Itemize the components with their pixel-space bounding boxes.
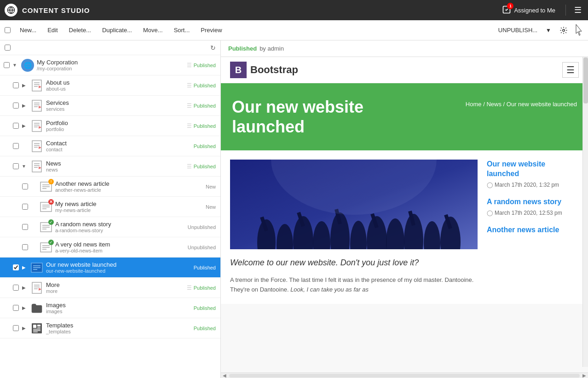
breadcrumb-home: Home (466, 101, 482, 108)
tree-item-news[interactable]: ▼ News news ☰ (0, 156, 220, 177)
expand-btn[interactable]: ▶ (20, 305, 28, 310)
assigned-badge: 1 (507, 3, 513, 9)
nav-hamburger-button[interactable]: ☰ (562, 62, 579, 78)
drag-handle[interactable]: ☰ (187, 123, 192, 129)
status-label: Published (194, 103, 219, 109)
sidebar-article-1: Our new website launched ◯ March 17th 20… (487, 160, 579, 188)
edit-button[interactable]: Edit (42, 24, 63, 36)
new-button[interactable]: New... (14, 24, 42, 36)
item-checkbox[interactable] (11, 325, 20, 331)
item-checkbox[interactable] (11, 163, 20, 169)
item-checkbox[interactable] (11, 103, 20, 109)
item-icon-news-error: ✕ (39, 200, 53, 214)
tree-item-my-news[interactable]: ✕ My news article my-news-article New (0, 197, 220, 217)
sidebar-article-2: A random news story ◯ March 17th 2020, 1… (487, 197, 579, 216)
scroll-thumb-vertical[interactable] (583, 57, 588, 103)
assigned-icon: 1 (502, 5, 511, 16)
breadcrumb-page: Our new website launched (507, 101, 577, 108)
assigned-to-me-button[interactable]: 1 Assigned to Me (498, 3, 559, 17)
tree-item-old-news[interactable]: ✓ A very old news item a-very-old-news-i… (0, 237, 220, 258)
drag-handle[interactable]: ☰ (187, 285, 192, 291)
expand-btn[interactable]: ▶ (20, 123, 28, 128)
expand-btn[interactable]: ▶ (20, 83, 28, 88)
item-path: a-very-old-news-item (55, 248, 188, 253)
item-info: More more (46, 281, 185, 294)
tree-toolbar: ↻ (0, 40, 220, 55)
tree-item-another-news[interactable]: ! Another news article another-news-arti… (0, 177, 220, 197)
gear-button[interactable] (555, 23, 572, 37)
breadcrumb-news: News (486, 101, 502, 108)
item-checkbox[interactable] (20, 204, 29, 210)
drag-handle[interactable]: ☰ (187, 163, 192, 170)
delete-button[interactable]: Delete... (63, 24, 97, 36)
tree-item-random-news[interactable]: ✓ A random news story a-random-news-stor… (0, 217, 220, 237)
bootstrap-brand-text: Bootstrap (250, 64, 298, 76)
item-icon-news-ok: ✓ (39, 220, 53, 235)
tree-item-my-corporation[interactable]: ▼ 🌐 My Corporation /my-corporation ☰ Pub… (0, 55, 220, 75)
expand-btn[interactable]: ▶ (20, 285, 28, 290)
unpublish-dropdown-arrow[interactable]: ▼ (542, 24, 555, 36)
scroll-left-button[interactable]: ◀ (221, 373, 228, 378)
expand-btn[interactable]: ▶ (20, 265, 28, 270)
item-checkbox[interactable] (11, 305, 20, 311)
drag-handle[interactable]: ☰ (187, 62, 192, 69)
move-button[interactable]: Move... (138, 24, 168, 36)
item-checkbox[interactable] (2, 62, 11, 68)
item-name: About us (46, 79, 185, 86)
select-all-checkbox[interactable] (5, 27, 11, 33)
scroll-track[interactable] (229, 374, 580, 378)
preview-button[interactable]: Preview (195, 24, 227, 36)
status-label: New (206, 204, 219, 210)
item-path: contact (46, 147, 194, 152)
tree-select-all[interactable] (5, 45, 11, 51)
expand-btn[interactable]: ▶ (20, 103, 28, 108)
preview-main: Welcome to our new website. Don't you ju… (230, 160, 478, 295)
status-label: Unpublished (188, 224, 219, 230)
item-icon-globe: 🌐 (20, 58, 35, 73)
expand-btn[interactable]: ▼ (11, 63, 18, 68)
tree-item-contact[interactable]: Contact contact Published (0, 136, 220, 156)
preview-content[interactable]: B Bootstrap ☰ Our new website launched H… (221, 57, 588, 372)
svg-rect-8 (32, 100, 41, 111)
expand-btn[interactable]: ▶ (20, 326, 28, 331)
item-path: another-news-article (55, 187, 206, 193)
scroll-right-button[interactable]: ▶ (581, 373, 588, 378)
expand-btn[interactable]: ▼ (20, 164, 28, 169)
tree-item-portfolio[interactable]: ▶ Portfolio portfolio (0, 116, 220, 136)
item-path: images (46, 309, 194, 314)
item-name: Our new website launched (46, 261, 194, 268)
sort-button[interactable]: Sort... (168, 24, 196, 36)
item-checkbox[interactable] (11, 143, 20, 149)
tree-item-our-new-website[interactable]: ▶ Our new website launched our-new-websi… (0, 258, 220, 278)
item-name: News (46, 160, 185, 167)
item-checkbox[interactable] (11, 285, 20, 291)
item-checkbox[interactable] (11, 123, 20, 129)
hero-title: Our new website launched (232, 97, 370, 137)
item-name: My Corporation (37, 59, 185, 66)
sidebar-article-title-2: A random news story (487, 197, 579, 207)
drag-handle[interactable]: ☰ (187, 103, 192, 109)
item-checkbox[interactable] (11, 264, 20, 270)
tree-item-more[interactable]: ▶ More more ☰ (0, 278, 220, 298)
tree-item-services[interactable]: ▶ Services services (0, 96, 220, 116)
item-checkbox[interactable] (11, 82, 20, 88)
tree-item-templates[interactable]: ▶ Templates _templates (0, 318, 220, 338)
tree-item-images[interactable]: ▶ Images images Published (0, 298, 220, 318)
vertical-scrollbar[interactable] (582, 57, 588, 367)
svg-rect-56 (37, 327, 40, 328)
status-label: Published (194, 83, 219, 88)
status-label: Published (194, 143, 219, 149)
tree-item-about-us[interactable]: ▶ About us about-us (0, 75, 220, 96)
drag-handle[interactable]: ☰ (187, 82, 192, 89)
item-checkbox[interactable] (20, 224, 29, 230)
item-checkbox[interactable] (20, 244, 29, 250)
item-icon-news-ok2: ✓ (39, 240, 53, 255)
item-info: A random news story a-random-news-story (55, 221, 188, 233)
svg-rect-18 (32, 141, 41, 152)
hamburger-button[interactable]: ☰ (572, 3, 583, 17)
refresh-button[interactable]: ↻ (210, 44, 216, 52)
item-path: /my-corporation (37, 66, 185, 71)
unpublish-button[interactable]: UNPUBLISH... (494, 24, 542, 36)
item-checkbox[interactable] (20, 183, 29, 189)
duplicate-button[interactable]: Duplicate... (97, 24, 138, 36)
